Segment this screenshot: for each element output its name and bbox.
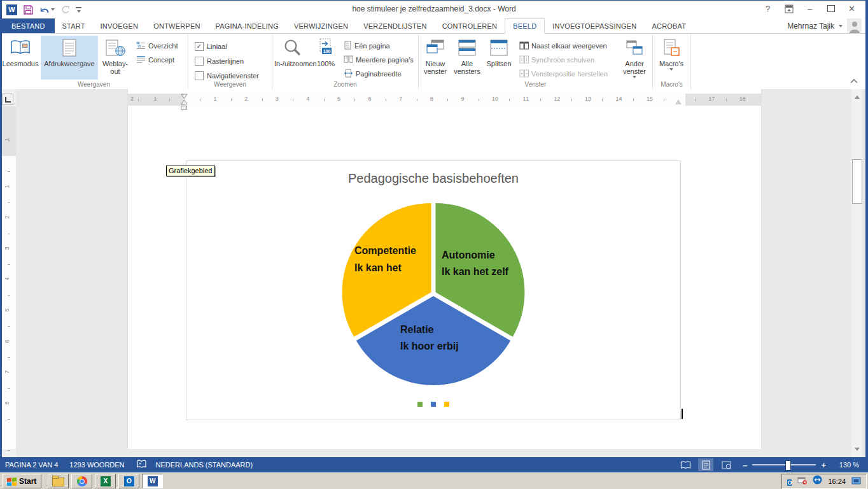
tab-selector[interactable] (2, 94, 13, 105)
qat-bar-icon (76, 7, 81, 10)
liniaal-checkbox[interactable]: Liniaal (195, 39, 272, 53)
ander-venster-button[interactable]: Ander venster (617, 36, 652, 80)
synchroon-schuiven-button: Synchroon schuiven (515, 53, 617, 67)
ruler-mark (138, 99, 139, 101)
outlook-icon: O (124, 476, 134, 486)
rasterlijnen-checkbox[interactable]: Rasterlijnen (195, 53, 272, 68)
ander-venster-label: Ander venster (619, 60, 650, 75)
checkbox-icon (195, 57, 204, 66)
web-layout-view-button[interactable] (718, 458, 734, 471)
zoom-slider[interactable] (752, 464, 816, 465)
weblayout-button[interactable]: Weblay-out (98, 36, 132, 80)
zoom-100-button[interactable]: 100 100% (312, 36, 340, 80)
right-indent-marker[interactable] (675, 99, 682, 104)
inuitzoomen-button[interactable]: In-/uitzoomen (272, 36, 312, 80)
page-indicator[interactable]: PAGINA 2 VAN 4 (5, 461, 58, 469)
ruler-mark (726, 99, 727, 101)
maximize-button[interactable] (822, 1, 839, 16)
tab-start[interactable]: START (55, 18, 93, 33)
language-indicator[interactable]: NEDERLANDS (STANDAARD) (156, 461, 253, 469)
ruler-mark: 8 (430, 96, 433, 102)
legend-swatch-competentie (444, 402, 449, 407)
scrollbar-thumb[interactable] (852, 159, 862, 204)
tab-beeld[interactable]: BEELD (505, 18, 545, 34)
start-label: Start (19, 477, 36, 486)
scroll-up-button[interactable] (851, 92, 862, 103)
zoom-in-button[interactable]: + (821, 460, 826, 470)
save-button[interactable] (23, 4, 34, 15)
chart-object[interactable]: Pedagogische basisbehoeften Competentie … (186, 160, 681, 420)
user-name: Mehrnaz Tajik (787, 22, 834, 31)
tab-bestand[interactable]: BESTAND (2, 18, 55, 33)
naast-elkaar-button[interactable]: Naast elkaar weergeven (515, 39, 617, 53)
qat-dropdown-arrow-icon (77, 10, 81, 13)
customize-qat-button[interactable] (76, 7, 81, 13)
een-pagina-button[interactable]: Eén pagina (340, 39, 417, 53)
tab-invoegen[interactable]: INVOEGEN (93, 18, 146, 33)
concept-button[interactable]: Concept (132, 53, 186, 67)
meerdere-paginas-button[interactable]: Meerdere pagina's (340, 53, 417, 67)
pie-chart[interactable] (338, 198, 529, 389)
taskbar-chrome-button[interactable] (71, 474, 92, 488)
hruler-text-area (185, 94, 685, 106)
close-button[interactable]: × (843, 1, 860, 16)
word-app-icon: W (6, 4, 17, 15)
redo-button[interactable] (60, 5, 70, 14)
collapse-ribbon-button[interactable] (850, 74, 858, 86)
scroll-down-button[interactable] (851, 444, 862, 455)
zoom-percentage[interactable]: 130 % (835, 461, 859, 469)
ruler-mark (293, 99, 293, 101)
show-desktop-button[interactable] (851, 476, 861, 487)
taskbar-word-button[interactable]: W (142, 474, 163, 488)
nieuw-venster-button[interactable]: Nieuw venster (419, 36, 452, 80)
user-account-area[interactable]: Mehrnaz Tajik (787, 18, 868, 33)
undo-button[interactable] (39, 6, 55, 14)
tab-acrobat[interactable]: ACROBAT (644, 18, 694, 33)
vertical-scrollbar[interactable] (851, 89, 862, 457)
tab-controleren[interactable]: CONTROLEREN (435, 18, 505, 33)
tab-verwijzingen[interactable]: VERWIJZINGEN (286, 18, 356, 33)
tab-ontwerpen[interactable]: ONTWERPEN (146, 18, 207, 33)
taskbar-outlook-button[interactable]: O (118, 474, 139, 488)
tab-pagina-indeling[interactable]: PAGINA-INDELING (208, 18, 286, 33)
draft-view-icon (136, 55, 146, 65)
macros-button[interactable]: Macro's (653, 36, 690, 80)
ruler-mark: 13 (585, 96, 591, 102)
tray-teamviewer-icon[interactable] (813, 475, 822, 487)
navigatievenster-label: Navigatievenster (207, 72, 259, 80)
tray-disconnected-icon[interactable] (797, 476, 807, 487)
ruler-mark (324, 99, 325, 101)
tray-outlook-icon[interactable]: O (787, 476, 792, 487)
taskbar-excel-button[interactable]: X (95, 474, 116, 488)
ribbon-display-options-button[interactable] (780, 1, 797, 16)
start-button[interactable]: Start (2, 474, 41, 488)
splitsen-button[interactable]: Splitsen (482, 36, 515, 80)
minimize-button[interactable]: – (801, 1, 818, 16)
proofing-errors-icon[interactable] (136, 460, 147, 470)
overzicht-button[interactable]: Overzicht (132, 39, 186, 53)
leesmodus-button[interactable]: Leesmodus (0, 36, 41, 80)
ruler-mark (571, 99, 572, 101)
page-width-icon (344, 69, 353, 79)
horizontal-ruler: 123456789101112131415171821 (127, 94, 762, 106)
tab-invoegtoepassingen[interactable]: INVOEGTOEPASSINGEN (545, 18, 644, 33)
help-button[interactable]: ? (759, 1, 776, 16)
afdrukweergave-button[interactable]: Afdrukweergave (41, 36, 98, 80)
clock[interactable]: 16:24 (828, 478, 846, 485)
read-mode-view-button[interactable] (678, 458, 693, 471)
indent-markers[interactable] (181, 94, 188, 105)
alle-vensters-button[interactable]: Alle vensters (452, 36, 482, 80)
group-macros: Macro's Macro's (653, 34, 691, 89)
paginabreedte-button[interactable]: Paginabreedte (340, 67, 417, 81)
tab-verzendlijsten[interactable]: VERZENDLIJSTEN (356, 18, 434, 33)
synchroon-schuiven-label: Synchroon schuiven (531, 56, 594, 64)
print-layout-icon (702, 460, 710, 470)
print-layout-view-button[interactable] (698, 458, 713, 471)
alle-vensters-label: Alle vensters (452, 60, 482, 75)
zoom-slider-thumb[interactable] (785, 460, 791, 471)
left-indent-marker[interactable] (181, 106, 187, 110)
taskbar-explorer-button[interactable] (48, 474, 69, 488)
avatar[interactable] (847, 18, 862, 33)
zoom-out-button[interactable]: – (743, 460, 747, 470)
word-count[interactable]: 1293 WOORDEN (69, 461, 124, 469)
